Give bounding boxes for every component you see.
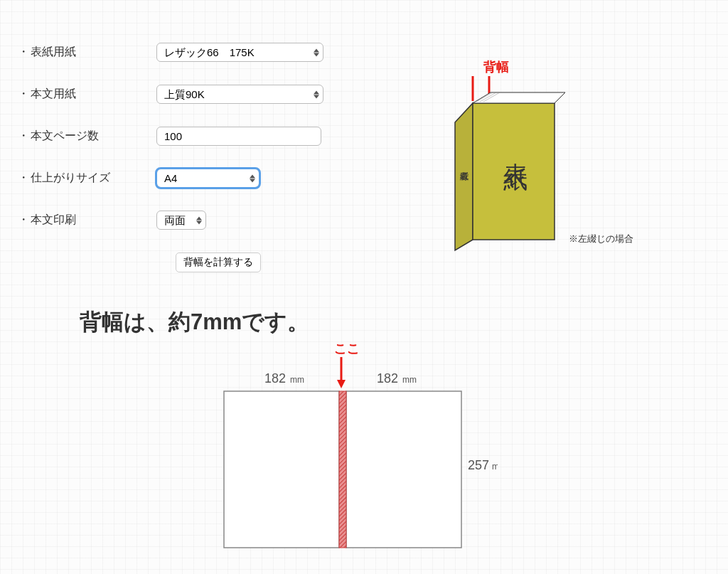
svg-marker-3	[473, 103, 555, 240]
row-body-print: 本文印刷 両面	[18, 211, 373, 230]
svg-rect-10	[224, 391, 339, 548]
select-cover-paper: レザック66 175K	[156, 43, 323, 62]
spine-width-label: 背幅	[483, 60, 509, 74]
row-page-count: 本文ページ数	[18, 127, 373, 146]
select-finish-size: A4	[156, 169, 259, 188]
label-body-print: 本文印刷	[18, 213, 156, 228]
select-body-print: 両面	[156, 211, 206, 230]
layout-svg: ここ 182 mm 182 mm 257 mm	[213, 340, 498, 574]
svg-rect-14	[339, 391, 346, 548]
body-paper-select[interactable]: 上質90K	[156, 85, 323, 104]
label-finish-size: 仕上がりサイズ	[18, 171, 156, 186]
page-count-input[interactable]	[156, 127, 321, 146]
row-cover-paper: 表紙用紙 レザック66 175K	[18, 43, 373, 62]
svg-marker-2	[455, 103, 473, 250]
book-3d-diagram: 背幅 背表紙 表紙 ※左綴じの場合	[441, 58, 668, 260]
cover-paper-select[interactable]: レザック66 175K	[156, 43, 323, 62]
right-width-unit: mm	[402, 375, 417, 385]
height-unit: mm	[492, 462, 498, 472]
here-label: ここ	[334, 341, 360, 356]
right-width-value: 182	[377, 371, 398, 386]
finish-size-select[interactable]: A4	[156, 169, 259, 188]
left-width-value: 182	[264, 371, 286, 386]
layout-diagram: ここ 182 mm 182 mm 257 mm	[213, 340, 498, 574]
select-body-paper: 上質90K	[156, 85, 323, 104]
book-svg: 背幅 背表紙 表紙 ※左綴じの場合	[441, 58, 668, 257]
form-area: 表紙用紙 レザック66 175K 本文用紙 上質90K 本文ページ数 仕上がりサ…	[18, 43, 373, 272]
row-finish-size: 仕上がりサイズ A4	[18, 169, 373, 188]
left-width-unit: mm	[290, 375, 304, 385]
svg-rect-11	[346, 391, 461, 548]
row-body-paper: 本文用紙 上質90K	[18, 85, 373, 104]
svg-marker-9	[337, 380, 346, 388]
body-print-select[interactable]: 両面	[156, 211, 206, 230]
height-value: 257	[468, 458, 489, 472]
label-cover-paper: 表紙用紙	[18, 45, 156, 60]
label-body-paper: 本文用紙	[18, 87, 156, 102]
result-text: 背幅は、約7mmです。	[80, 307, 309, 337]
calculate-button[interactable]: 背幅を計算する	[176, 253, 261, 272]
binding-note: ※左綴じの場合	[569, 233, 633, 244]
label-page-count: 本文ページ数	[18, 129, 156, 144]
